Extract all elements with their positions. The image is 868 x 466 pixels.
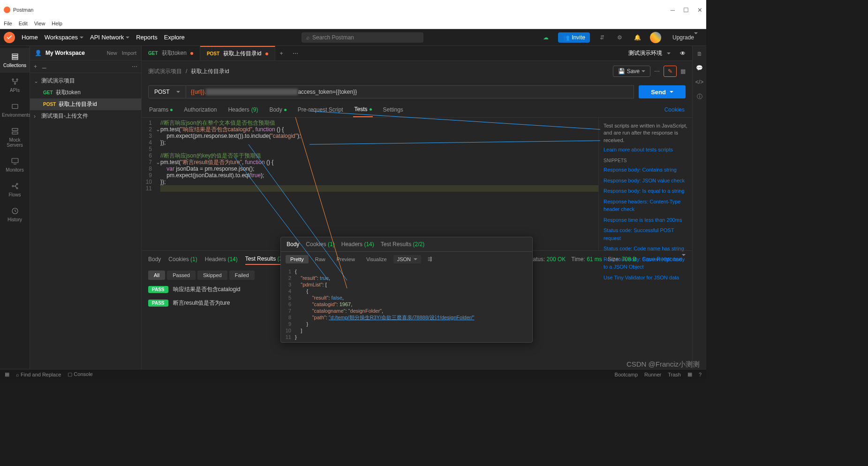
tab-headers[interactable]: Headers (9) — [227, 102, 259, 117]
add-icon[interactable]: + — [34, 63, 37, 70]
snippet-content-type[interactable]: Response headers: Content-Type header ch… — [604, 198, 687, 213]
breadcrumb-parent[interactable]: 测试演示项目 — [148, 68, 182, 75]
snippet-json-value[interactable]: Response body: JSON value check — [604, 177, 687, 185]
tab-params[interactable]: Params — [148, 102, 174, 117]
url-input[interactable]: {{url}}.hiddenaccess_token={{token}} — [186, 85, 634, 98]
code-icon[interactable]: </> — [695, 79, 703, 85]
tab-body[interactable]: Body — [268, 102, 287, 117]
close-icon[interactable]: ✕ — [697, 7, 702, 14]
leftbar-monitors[interactable]: Monitors — [0, 152, 30, 177]
import-button[interactable]: Import — [122, 50, 136, 56]
info-icon[interactable]: ⓘ — [697, 93, 702, 101]
view-visualize[interactable]: Visualize — [362, 255, 392, 263]
snippet-contains-string[interactable]: Response body: Contains string — [604, 166, 687, 174]
trash[interactable]: Trash — [668, 372, 681, 377]
settings-icon[interactable]: ⚙ — [614, 32, 626, 43]
svg-point-3 — [12, 79, 14, 80]
bootcamp[interactable]: Bootcamp — [615, 372, 638, 377]
send-button[interactable]: Send — [639, 85, 686, 98]
sync-icon[interactable]: ☁ — [540, 32, 551, 43]
tab-post-upload[interactable]: POST获取上传目录id — [200, 46, 275, 60]
wrap-icon[interactable]: ⇶ — [423, 255, 437, 263]
res-tab-headers[interactable]: Headers (14) — [205, 254, 238, 264]
nav-explore[interactable]: Explore — [164, 34, 185, 41]
snippet-response-time[interactable]: Response time is less than 200ms — [604, 216, 687, 224]
leftbar-apis[interactable]: APIs — [0, 73, 30, 98]
request-item-active[interactable]: POST获取上传目录id — [30, 98, 141, 110]
res-tab-body[interactable]: Body — [148, 254, 161, 264]
nav-reports[interactable]: Reports — [136, 34, 158, 41]
layout-icon[interactable]: ▦ — [687, 371, 692, 377]
popup-tab-headers[interactable]: Headers (14) — [341, 241, 374, 248]
nav-workspaces[interactable]: Workspaces — [45, 34, 83, 41]
tab-settings[interactable]: Settings — [382, 102, 404, 117]
nav-home[interactable]: Home — [22, 34, 38, 41]
upgrade-button[interactable]: Upgrade — [668, 32, 702, 43]
learn-more-link[interactable]: Learn more about tests scripts — [604, 147, 687, 152]
filter-passed[interactable]: Passed — [167, 271, 196, 280]
minimize-icon[interactable]: ─ — [671, 7, 675, 14]
request-item[interactable]: GET获取token — [30, 87, 141, 98]
avatar[interactable] — [650, 32, 661, 43]
leftbar-mock-servers[interactable]: Mock Servers — [0, 122, 30, 152]
snippet-status-post[interactable]: Status code: Successful POST request — [604, 226, 687, 242]
popup-tab-cookies[interactable]: Cookies (1) — [306, 241, 334, 248]
tab-prereq[interactable]: Pre-request Script — [297, 102, 344, 117]
nav-api-network[interactable]: API Network — [90, 34, 129, 41]
environment-selector[interactable]: 测试演示环境👁 — [622, 49, 692, 57]
format-select[interactable]: JSON — [393, 255, 421, 263]
filter-skipped[interactable]: Skipped — [197, 271, 227, 280]
eye-icon[interactable]: 👁 — [680, 50, 686, 57]
new-tab-button[interactable]: + — [275, 46, 288, 60]
menu-file[interactable]: File — [4, 21, 12, 28]
save-button[interactable]: 💾 Save — [613, 66, 650, 77]
filter-failed[interactable]: Failed — [229, 271, 255, 280]
leftbar-environments[interactable]: Environments — [0, 98, 30, 122]
comments-icon[interactable]: 💬 — [696, 65, 703, 71]
collection-folder[interactable]: ›测试项目-上传文件 — [30, 110, 141, 122]
find-replace[interactable]: ⌕ Find and Replace — [16, 372, 61, 377]
maximize-icon[interactable]: ☐ — [683, 7, 689, 14]
save-response-button[interactable]: Save Response — [642, 256, 686, 263]
sidebar-toggle-icon[interactable]: ▦ — [5, 371, 9, 377]
snippet-equal-string[interactable]: Response body: Is equal to a string — [604, 187, 687, 195]
view-raw[interactable]: Raw — [310, 255, 330, 263]
tab-options[interactable]: ⋯ — [288, 46, 303, 60]
collection-folder[interactable]: ⌄测试演示项目 — [30, 75, 141, 87]
console[interactable]: ▢ Console — [68, 371, 92, 377]
docs-icon[interactable]: 🗎 — [697, 51, 702, 57]
menu-edit[interactable]: Edit — [19, 21, 28, 28]
tab-auth[interactable]: Authorization — [183, 102, 218, 117]
runner[interactable]: Runner — [644, 372, 661, 377]
tab-get-token[interactable]: GET获取token — [142, 46, 200, 60]
workspace-name[interactable]: My Workspace — [45, 50, 103, 56]
help-icon[interactable]: ? — [699, 372, 702, 377]
postman-logo[interactable] — [4, 32, 15, 43]
leftbar-collections[interactable]: Collections — [0, 48, 30, 73]
more-icon[interactable]: ⋯ — [654, 68, 660, 75]
menu-help[interactable]: Help — [52, 21, 62, 28]
leftbar-flows[interactable]: Flows — [0, 177, 30, 202]
popup-tab-test-results[interactable]: Test Results (2/2) — [381, 241, 424, 248]
res-tab-cookies[interactable]: Cookies (1) — [168, 254, 197, 264]
leftbar-history[interactable]: History — [0, 202, 30, 227]
tab-tests[interactable]: Tests — [353, 102, 372, 117]
menu-view[interactable]: View — [34, 21, 45, 28]
invite-button[interactable]: 👥Invite — [558, 32, 590, 43]
layout-icon[interactable]: ▦ — [680, 68, 686, 75]
popup-tab-body[interactable]: Body — [287, 241, 299, 248]
view-pretty[interactable]: Pretty — [286, 255, 309, 263]
capture-icon[interactable]: ⇵ — [596, 32, 608, 43]
search-input[interactable]: ⌕ Search Postman — [302, 32, 423, 43]
view-preview[interactable]: Preview — [332, 255, 360, 263]
code-editor[interactable]: 1//断言响应json的在整个文本值是否包含预期值 2⌄pm.test("响应结… — [142, 118, 598, 250]
notifications-icon[interactable]: 🔔 — [632, 32, 643, 43]
filter-all[interactable]: All — [148, 271, 165, 280]
method-select[interactable]: POST — [148, 85, 186, 98]
response-body[interactable]: 1{ 2 "result": true, 3 "pdmList": [ 4 { … — [281, 266, 532, 342]
cookies-link[interactable]: Cookies — [664, 102, 686, 117]
edit-icon[interactable]: ✎ — [664, 66, 677, 77]
more-icon[interactable]: ⋯ — [132, 63, 137, 70]
filter-icon[interactable]: ⚊ — [42, 63, 47, 70]
new-button[interactable]: New — [107, 50, 117, 56]
